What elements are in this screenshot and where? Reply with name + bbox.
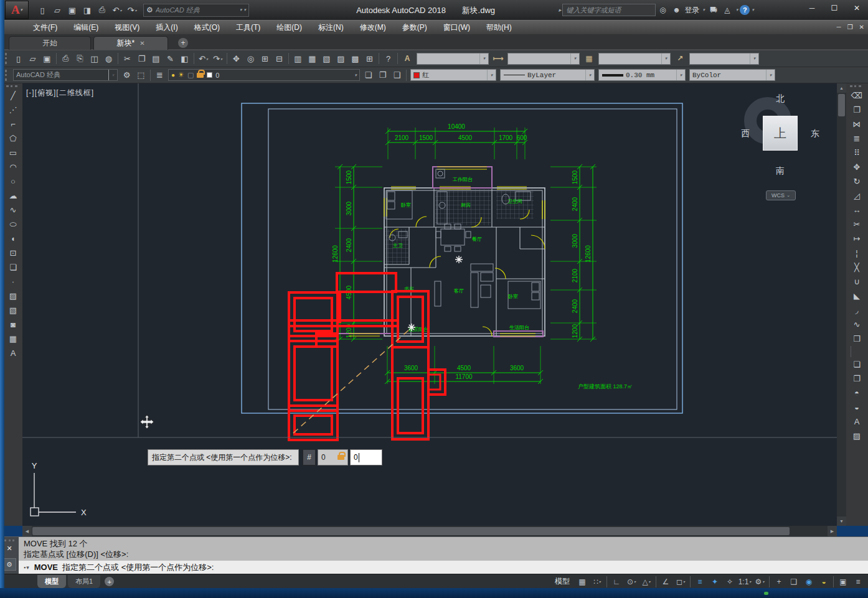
object-snap-icon[interactable]: ◻▾ <box>673 576 688 588</box>
erase-icon[interactable]: ⌫ <box>849 88 865 103</box>
mdi-close-button[interactable]: ✕ <box>859 21 864 34</box>
new-file-icon[interactable]: ▯ <box>11 52 26 65</box>
stretch-icon[interactable]: ↔ <box>849 203 865 217</box>
redo-icon[interactable]: ↷▾ <box>125 3 139 17</box>
layer-on-icon[interactable]: ● <box>171 72 175 78</box>
array-icon[interactable]: ⠿ <box>849 146 865 160</box>
ortho-mode-icon[interactable]: ∟ <box>609 576 624 588</box>
menu-view[interactable]: 视图(V) <box>106 21 148 34</box>
command-grip[interactable] <box>4 540 14 542</box>
compass-west[interactable]: 西 <box>741 128 750 139</box>
quick-properties-icon[interactable]: ❑ <box>786 576 801 588</box>
menu-tools[interactable]: 工具(T) <box>228 21 268 34</box>
multileader-style-icon[interactable]: ↗ <box>672 52 687 65</box>
insert-block-icon[interactable]: ⊡ <box>5 246 21 260</box>
maximize-button[interactable]: ☐ <box>823 0 846 16</box>
send-to-back-icon[interactable]: ❐ <box>849 371 865 386</box>
make-block-icon[interactable]: ❏ <box>5 260 21 274</box>
layer-states-icon[interactable]: ❑ <box>390 68 404 82</box>
polyline-icon[interactable]: ⌐ <box>5 117 21 131</box>
revision-cloud-icon[interactable]: ☁ <box>5 189 21 203</box>
command-history[interactable]: MOVE 找到 12 个 指定基点或 [位移(D)] <位移>: <box>19 537 868 561</box>
search-icon[interactable]: ◎ <box>656 4 669 16</box>
polar-tracking-icon[interactable]: ⊙▾ <box>624 576 639 588</box>
polygon-icon[interactable]: ⬠ <box>5 131 21 146</box>
tab-start[interactable]: 开始 <box>9 36 91 50</box>
help-icon[interactable]: ? <box>740 5 750 15</box>
chamfer-icon[interactable]: ◣ <box>849 289 865 303</box>
bring-above-icon[interactable]: ◓ <box>849 386 865 400</box>
fillet-icon[interactable]: ◞ <box>849 303 865 317</box>
menu-format[interactable]: 格式(O) <box>186 21 228 34</box>
vertical-scrollbar[interactable]: ▲ ▼ <box>837 83 846 526</box>
scroll-down-icon[interactable]: ▼ <box>837 516 846 526</box>
open-file-icon[interactable]: ▱ <box>26 52 40 65</box>
line-tool-icon[interactable]: ╱ <box>5 88 21 103</box>
hatch-to-back-icon[interactable]: ▨ <box>849 429 865 443</box>
zoom-previous-icon[interactable]: ⊟ <box>272 52 286 65</box>
quickcalc-icon[interactable]: ⊞ <box>362 52 377 65</box>
add-layout-button[interactable]: + <box>105 577 114 586</box>
join-icon[interactable]: ∪ <box>849 274 865 289</box>
menu-parametric[interactable]: 参数(P) <box>394 21 435 34</box>
customization-icon[interactable]: ≡ <box>851 576 866 588</box>
mdi-minimize-button[interactable]: ─ <box>837 21 841 34</box>
workspace-selector[interactable]: ⚙ AutoCAD 经典 ▾▾ <box>143 4 249 17</box>
toolbar-grip[interactable] <box>5 53 9 64</box>
layer-thaw-icon[interactable]: ☀ <box>178 71 184 79</box>
workspace-switching-icon[interactable]: ⚙▾ <box>752 576 767 588</box>
sign-in-button[interactable]: 登录 <box>684 5 699 16</box>
point-icon[interactable]: ∙ <box>5 274 21 289</box>
dynamic-input-locked-field[interactable]: 0 <box>318 449 348 465</box>
model-space-button[interactable]: 模型 <box>550 576 575 587</box>
clean-screen-icon[interactable]: ▣ <box>836 576 851 588</box>
bring-to-front-icon[interactable]: ❏ <box>849 357 865 371</box>
table-style-icon[interactable]: ▦ <box>582 52 597 65</box>
command-customize-icon[interactable]: ⚙ <box>2 558 16 571</box>
multiline-text-icon[interactable]: A <box>5 346 21 360</box>
gradient-icon[interactable]: ▧ <box>5 303 21 317</box>
layer-combo[interactable]: ● ☀ ▢ 0 ▾ <box>168 69 360 81</box>
new-file-icon[interactable]: ▯ <box>35 3 50 17</box>
menu-window[interactable]: 窗口(W) <box>435 21 478 34</box>
chevron-down-icon[interactable]: ▾ <box>752 7 754 12</box>
menu-dimension[interactable]: 标注(N) <box>310 21 352 34</box>
dimension-style-combo[interactable]: ▾ <box>507 53 580 65</box>
compass-east[interactable]: 东 <box>811 128 819 139</box>
offset-icon[interactable]: ≣ <box>849 131 865 146</box>
drawing-canvas[interactable]: 10400 2100 1500 4500 1700 600 12600 1500… <box>22 83 837 526</box>
annotation-monitor-icon[interactable]: + <box>771 576 786 588</box>
save-icon[interactable]: ▣ <box>65 3 80 17</box>
match-properties-icon[interactable]: ✎ <box>163 52 177 65</box>
layer-vp-freeze-icon[interactable]: ▢ <box>187 71 194 79</box>
scroll-up-icon[interactable]: ▲ <box>837 83 846 93</box>
viewport-controls-label[interactable]: [-][俯视][二维线框] <box>26 88 94 98</box>
tool-palettes-icon[interactable]: ▧ <box>319 52 334 65</box>
menu-insert[interactable]: 插入(I) <box>148 21 186 34</box>
scroll-right-icon[interactable]: ▶ <box>828 526 837 536</box>
ellipse-icon[interactable]: ⬭ <box>5 217 21 231</box>
paste-icon[interactable]: ▤ <box>149 52 163 65</box>
help-icon[interactable]: ? <box>381 52 395 65</box>
autoscale-icon[interactable]: ✧ <box>722 576 737 588</box>
view-compass[interactable]: 北 南 西 东 上 <box>741 88 819 188</box>
cut-icon[interactable]: ✂ <box>120 52 134 65</box>
construction-line-icon[interactable]: ⋰ <box>5 103 21 117</box>
designcenter-icon[interactable]: ▦ <box>305 52 319 65</box>
workspace-combo[interactable]: AutoCAD 经典▾ <box>13 69 118 81</box>
menu-edit[interactable]: 编辑(E) <box>65 21 106 34</box>
menu-file[interactable]: 文件(F) <box>25 21 65 34</box>
viewport-frame-icon[interactable]: ⬚ <box>134 68 148 82</box>
extend-icon[interactable]: ↦ <box>849 231 865 246</box>
toolbar-grip[interactable] <box>850 85 861 88</box>
close-button[interactable]: ✕ <box>846 0 868 16</box>
rectangle-icon[interactable]: ▭ <box>5 146 21 160</box>
break-icon[interactable]: ╳ <box>849 260 865 274</box>
isometric-drafting-icon[interactable]: △▾ <box>639 576 654 588</box>
menu-draw[interactable]: 绘图(D) <box>268 21 310 34</box>
etransmit-icon[interactable]: ◍ <box>101 52 116 65</box>
redo-icon[interactable]: ↷▾ <box>210 52 225 65</box>
linetype-combo[interactable]: ByLayer▾ <box>500 69 595 81</box>
chevron-down-icon[interactable]: ▾ <box>354 73 357 78</box>
plot-style-combo[interactable]: ByColor▾ <box>689 69 775 81</box>
